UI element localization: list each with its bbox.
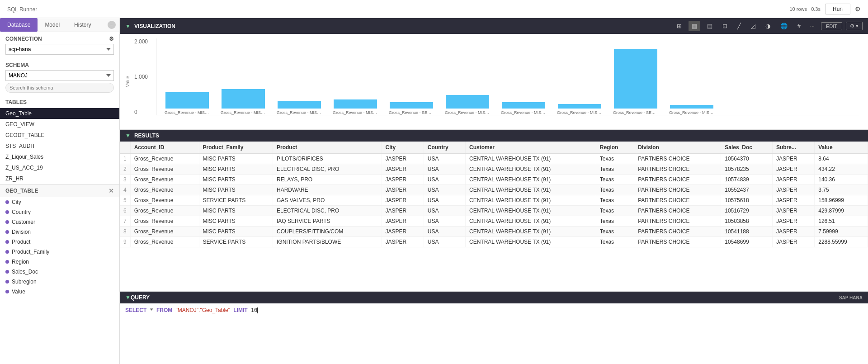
table-row[interactable]: 2Gross_RevenueMISC PARTSELECTRICAL DISC,… xyxy=(120,164,868,175)
col-value[interactable]: Value xyxy=(815,142,868,154)
cell: MISC PARTS xyxy=(199,185,273,195)
table-row[interactable]: 3Gross_RevenueMISC PARTSRELAYS, PROJASPE… xyxy=(120,175,868,185)
geo-field-product-family[interactable]: Product_Family xyxy=(0,247,119,257)
table-row[interactable]: 9Gross_RevenueSERVICE PARTSIGNITION PART… xyxy=(120,237,868,247)
col-subregion[interactable]: Subre... xyxy=(773,142,815,154)
y-label-1000: 1,000 xyxy=(134,74,148,80)
field-label-city: City xyxy=(12,199,21,205)
geo-field-value[interactable]: Value xyxy=(0,287,119,297)
bar-label-5: Gross_Revenue - SERV... xyxy=(389,110,434,115)
geo-field-subregion[interactable]: Subregion xyxy=(0,277,119,287)
geo-fields-list: City Country Customer Division Product xyxy=(0,197,119,297)
connection-select[interactable]: scp-hana xyxy=(5,44,114,55)
geo-field-product[interactable]: Product xyxy=(0,237,119,247)
table-item-zr-hr[interactable]: ZR_HR xyxy=(0,173,119,184)
cell: PARTNERS CHOICE xyxy=(634,164,721,175)
geo-field-customer[interactable]: Customer xyxy=(0,217,119,227)
col-division[interactable]: Division xyxy=(634,142,721,154)
viz-collapse-icon[interactable]: ▼ xyxy=(125,23,131,29)
col-customer[interactable]: Customer xyxy=(466,142,596,154)
table-row[interactable]: 8Gross_RevenueMISC PARTSCOUPLERS/FITTING… xyxy=(120,227,868,237)
col-sales-doc[interactable]: Sales_Doc xyxy=(721,142,773,154)
table-item-geo-table[interactable]: Geo_Table xyxy=(0,108,119,119)
cell: JASPER xyxy=(773,175,815,185)
cell: 126.51 xyxy=(815,216,868,227)
table-row[interactable]: 1Gross_RevenueMISC PARTSPILOTS/ORIFICESJ… xyxy=(120,154,868,164)
viz-tool-scatter[interactable]: ⊡ xyxy=(719,21,731,31)
bar-label-8: Gross_Revenue - MISC... xyxy=(557,110,602,115)
cell: JASPER xyxy=(382,206,424,216)
query-collapse-icon[interactable]: ▼ xyxy=(125,294,131,301)
cell: PARTNERS CHOICE xyxy=(634,195,721,206)
geo-field-division[interactable]: Division xyxy=(0,227,119,237)
cell: PARTNERS CHOICE xyxy=(634,206,721,216)
connection-gear-icon[interactable]: ⚙ xyxy=(109,36,114,42)
table-item-z-us-acc-19[interactable]: Z_US_ACC_19 xyxy=(0,162,119,173)
viz-tool-area[interactable]: ◿ xyxy=(748,21,759,31)
viz-tool-bar-chart[interactable]: ▦ xyxy=(689,21,700,31)
viz-tool-pie[interactable]: ◑ xyxy=(762,21,774,31)
tab-history[interactable]: History xyxy=(67,18,98,32)
results-collapse-icon[interactable]: ▼ xyxy=(125,132,131,139)
table-row[interactable]: 6Gross_RevenueMISC PARTSELECTRICAL DISC,… xyxy=(120,206,868,216)
settings-icon[interactable]: ⚙ xyxy=(855,5,861,13)
cell: CENTRAL WAREHOUSE TX (91) xyxy=(466,206,596,216)
chart-bars-container: Gross_Revenue - MISC... Gross_Revenue - … xyxy=(156,38,859,115)
table-item-z-liqour-sales[interactable]: Z_Liqour_Sales xyxy=(0,151,119,162)
tab-database[interactable]: Database xyxy=(0,18,38,32)
viz-tool-map[interactable]: 🌐 xyxy=(777,21,791,31)
tables-list: Geo_Table GEO_VIEW GEODT_TABLE STS_AUDIT… xyxy=(0,108,119,184)
schema-select[interactable]: MANOJ xyxy=(5,70,114,81)
cell: PARTNERS CHOICE xyxy=(634,216,721,227)
cell: PARTNERS CHOICE xyxy=(634,237,721,247)
geo-field-sales-doc[interactable]: Sales_Doc xyxy=(0,267,119,277)
table-row[interactable]: 4Gross_RevenueMISC PARTSHARDWAREJASPERUS… xyxy=(120,185,868,195)
viz-edit-button[interactable]: EDIT xyxy=(821,22,842,30)
viz-toolbar-right: ⊞ ▦ ▤ ⊡ ╱ ◿ ◑ 🌐 # ··· EDIT ⚙ ▾ xyxy=(674,21,863,31)
schema-search-input[interactable] xyxy=(5,83,114,93)
table-row[interactable]: 7Gross_RevenueMISC PARTSIAQ SERVICE PART… xyxy=(120,216,868,227)
cell: MISC PARTS xyxy=(199,175,273,185)
cell: CENTRAL WAREHOUSE TX (91) xyxy=(466,195,596,206)
cell: JASPER xyxy=(773,154,815,164)
cell: JASPER xyxy=(382,237,424,247)
col-product-family[interactable]: Product_Family xyxy=(199,142,273,154)
viz-tool-table[interactable]: ⊞ xyxy=(674,21,685,31)
top-bar: SQL Runner 10 rows · 0.3s Run ⚙ xyxy=(0,0,868,18)
viz-settings-button[interactable]: ⚙ ▾ xyxy=(846,22,863,30)
geo-field-country[interactable]: Country xyxy=(0,207,119,217)
table-row[interactable]: 5Gross_RevenueSERVICE PARTSGAS VALVES, P… xyxy=(120,195,868,206)
tab-close-button[interactable]: − xyxy=(108,21,116,29)
main-layout: Database Model History − CONNECTION ⚙ sc… xyxy=(0,18,868,364)
viz-tool-line[interactable]: ╱ xyxy=(734,21,744,31)
table-item-sts-audit[interactable]: STS_AUDIT xyxy=(0,141,119,151)
col-account-id[interactable]: Account_ID xyxy=(130,142,199,154)
geo-table-close-icon[interactable]: ✕ xyxy=(108,187,114,194)
cell: 7.59999 xyxy=(815,227,868,237)
table-item-geo-view[interactable]: GEO_VIEW xyxy=(0,119,119,130)
geo-field-region[interactable]: Region xyxy=(0,257,119,267)
field-dot-region xyxy=(5,260,9,264)
results-table-wrap[interactable]: Account_ID Product_Family Product City C… xyxy=(120,142,868,291)
tab-model[interactable]: Model xyxy=(38,18,67,32)
col-city[interactable]: City xyxy=(382,142,424,154)
viz-tool-number[interactable]: # xyxy=(794,21,804,31)
viz-tool-stacked-bar[interactable]: ▤ xyxy=(704,21,716,31)
col-region[interactable]: Region xyxy=(596,142,634,154)
col-country[interactable]: Country xyxy=(424,142,465,154)
bar-6 xyxy=(446,95,489,109)
cell: Texas xyxy=(596,154,634,164)
cell: JASPER xyxy=(382,216,424,227)
viz-panel: ▼ VISUALIZATION ⊞ ▦ ▤ ⊡ ╱ ◿ ◑ 🌐 # ··· ED… xyxy=(120,18,868,130)
run-button[interactable]: Run xyxy=(825,4,850,14)
cell: MISC PARTS xyxy=(199,154,273,164)
query-editor[interactable]: SELECT * FROM "MANOJ"."Geo_Table" LIMIT … xyxy=(120,303,868,364)
table-item-geodt-table[interactable]: GEODT_TABLE xyxy=(0,130,119,141)
cell: Gross_Revenue xyxy=(130,227,199,237)
chart-bar-5: Gross_Revenue - SERV... xyxy=(384,102,439,115)
chart-bar-7: Gross_Revenue - MISC... xyxy=(496,102,551,115)
query-panel: ▼ QUERY SAP HANA SELECT * FROM "MANOJ"."… xyxy=(120,292,868,364)
geo-field-city[interactable]: City xyxy=(0,197,119,207)
y-label-2000: 2,000 xyxy=(134,38,148,45)
col-product[interactable]: Product xyxy=(273,142,382,154)
